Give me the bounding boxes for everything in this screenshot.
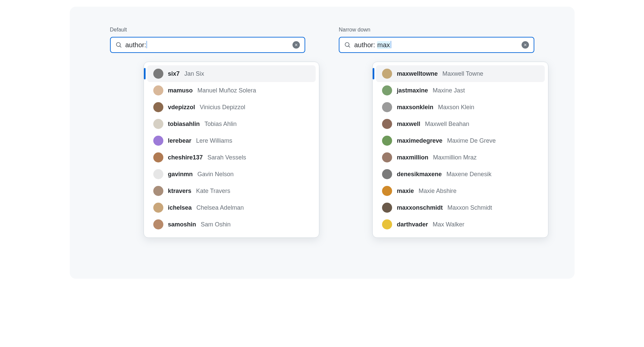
suggestion-handle: gavinmn [168,171,193,178]
avatar [153,69,163,79]
avatar [153,203,163,213]
search-query-text: author: [125,41,289,49]
search-icon [115,42,122,48]
suggestion-option[interactable]: vdepizzolVinicius Depizzol [147,99,316,116]
avatar [382,169,392,179]
suggestion-option[interactable]: maxmillionMaxmillion Mraz [376,149,545,166]
suggestion-option[interactable]: gavinmnGavin Nelson [147,166,316,183]
example-canvas: Default author: six7Jan SixmamusoManuel … [70,7,575,279]
suggestion-handle: maxie [397,188,414,195]
suggestion-fullname: Chelsea Adelman [197,204,244,211]
suggestion-fullname: Jan Six [184,70,204,77]
search-icon [344,42,351,48]
avatar [153,119,163,129]
avatar [382,186,392,196]
suggestion-fullname: Maxime De Greve [447,137,496,144]
suggestion-option[interactable]: samoshinSam Oshin [147,216,316,233]
avatar [153,85,163,95]
suggestion-fullname: Maxine Jast [433,87,465,94]
suggestion-fullname: Maxwell Towne [442,70,483,77]
avatar [382,85,392,95]
suggestion-option[interactable]: ktraversKate Travers [147,183,316,199]
suggestion-handle: darthvader [397,221,428,228]
avatar [153,169,163,179]
avatar [153,186,163,196]
avatar [382,203,392,213]
panel-narrow: Narrow down author: max maxwelltowneMaxw… [339,27,534,259]
suggestion-fullname: Maxson Klein [438,104,474,111]
suggestion-fullname: Sarah Vessels [208,154,246,161]
suggestion-handle: jastmaxine [397,87,428,94]
suggestion-option[interactable]: jastmaxineMaxine Jast [376,82,545,99]
clear-button[interactable] [292,41,300,49]
suggestion-option[interactable]: six7Jan Six [147,65,316,82]
suggestion-handle: mamuso [168,87,193,94]
suggestion-option[interactable]: maxsonkleinMaxson Klein [376,99,545,116]
panel-default: Default author: six7Jan SixmamusoManuel … [110,27,306,259]
suggestion-fullname: Manuel Muñoz Solera [198,87,256,94]
suggestion-fullname: Maxwell Beahan [425,121,469,128]
suggestion-handle: vdepizzol [168,104,195,111]
suggestion-option[interactable]: lerebearLere Williams [147,132,316,149]
search-input-default[interactable]: author: [110,37,306,53]
avatar [153,219,163,229]
suggestion-option[interactable]: cheshire137Sarah Vessels [147,149,316,166]
suggestion-fullname: Max Walker [433,221,464,228]
suggestion-handle: cheshire137 [168,154,203,161]
clear-button[interactable] [522,41,529,49]
suggestion-fullname: Maxie Abshire [419,188,457,195]
suggestion-fullname: Kate Travers [196,188,230,195]
query-highlight: max [377,41,390,49]
suggestion-fullname: Sam Oshin [201,221,231,228]
avatar [382,152,392,162]
suggestion-handle: ktravers [168,188,192,195]
suggestion-fullname: Gavin Nelson [198,171,234,178]
suggestion-fullname: Lere Williams [196,137,232,144]
suggestion-handle: six7 [168,70,180,77]
suggestion-handle: maxwelltowne [397,70,438,77]
suggestion-fullname: Maxxon Schmidt [447,204,492,211]
suggestion-option[interactable]: maxxonschmidtMaxxon Schmidt [376,199,545,216]
text-cursor [391,41,391,48]
suggestion-option[interactable]: darthvaderMax Walker [376,216,545,233]
suggestion-option[interactable]: maxwellMaxwell Beahan [376,116,545,132]
suggestion-option[interactable]: mamusoManuel Muñoz Solera [147,82,316,99]
avatar [382,119,392,129]
panel-label: Default [110,27,306,33]
avatar [382,136,392,146]
suggestion-option[interactable]: maximedegreveMaxime De Greve [376,132,545,149]
suggestion-handle: maxsonklein [397,104,433,111]
suggestion-fullname: Maxene Denesik [446,171,491,178]
search-query-text: author: max [354,41,518,49]
suggestion-handle: maximedegreve [397,137,442,144]
suggestion-handle: ichelsea [168,204,192,211]
suggestion-handle: denesikmaxene [397,171,442,178]
suggestion-option[interactable]: denesikmaxeneMaxene Denesik [376,166,545,183]
avatar [153,152,163,162]
suggestion-handle: maxmillion [397,154,428,161]
suggestion-handle: lerebear [168,137,192,144]
panel-label: Narrow down [339,27,534,33]
avatar [382,219,392,229]
suggestion-option[interactable]: maxieMaxie Abshire [376,183,545,199]
avatar [382,102,392,112]
suggestion-handle: maxwell [397,121,420,128]
suggestion-fullname: Maxmillion Mraz [433,154,477,161]
suggestion-option[interactable]: ichelseaChelsea Adelman [147,199,316,216]
search-input-narrow[interactable]: author: max [339,37,534,53]
suggestion-handle: maxxonschmidt [397,204,443,211]
suggestions-dropdown-default: six7Jan SixmamusoManuel Muñoz Soleravdep… [144,62,320,238]
suggestion-option[interactable]: tobiasahlinTobias Ahlin [147,116,316,132]
suggestion-fullname: Vinicius Depizzol [200,104,246,111]
suggestions-dropdown-narrow: maxwelltowneMaxwell TownejastmaxineMaxin… [372,62,548,238]
avatar [153,102,163,112]
suggestion-option[interactable]: maxwelltowneMaxwell Towne [376,65,545,82]
suggestion-handle: tobiasahlin [168,121,200,128]
avatar [382,69,392,79]
text-cursor [147,41,147,48]
suggestion-handle: samoshin [168,221,196,228]
avatar [153,136,163,146]
suggestion-fullname: Tobias Ahlin [205,121,237,128]
